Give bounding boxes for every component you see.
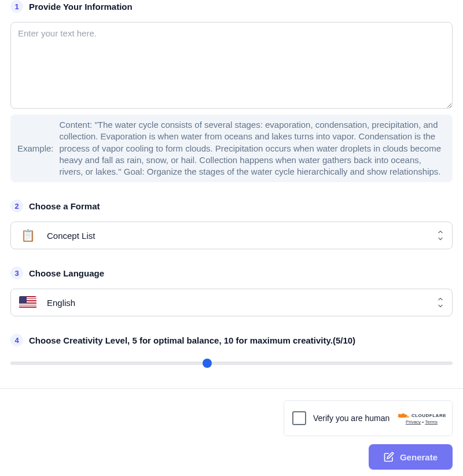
- step-2-title: Choose a Format: [29, 201, 100, 211]
- step-4-section: 4 Choose Creativity Level, 5 for optimal…: [0, 334, 463, 371]
- cloudflare-privacy-link[interactable]: Privacy: [406, 419, 421, 425]
- language-select[interactable]: English: [10, 289, 453, 316]
- example-box: Example: Content: "The water cycle consi…: [10, 115, 453, 182]
- creativity-slider-thumb[interactable]: [203, 359, 212, 368]
- creativity-slider[interactable]: [10, 361, 453, 365]
- captcha-text: Verify you are human: [313, 414, 390, 423]
- captcha-widget: Verify you are human CLOUDFLARE Privacy …: [284, 400, 453, 436]
- language-selected-label: English: [47, 298, 427, 308]
- edit-icon: [384, 452, 394, 462]
- step-4-header: 4 Choose Creativity Level, 5 for optimal…: [10, 334, 453, 346]
- step-2-section: 2 Choose a Format 📋 Concept List: [0, 200, 463, 249]
- example-text: Content: "The water cycle consists of se…: [60, 119, 446, 178]
- information-textarea[interactable]: [10, 22, 453, 109]
- step-badge-2: 2: [10, 200, 23, 212]
- step-1-title: Provide Your Information: [29, 2, 133, 12]
- us-flag-icon: [19, 296, 36, 309]
- cloudflare-terms-link[interactable]: Terms: [425, 419, 438, 425]
- chevron-up-down-icon: [437, 228, 444, 242]
- step-4-title: Choose Creativity Level, 5 for optimal b…: [29, 335, 355, 345]
- footer: Verify you are human CLOUDFLARE Privacy …: [0, 389, 463, 470]
- captcha-checkbox[interactable]: [292, 411, 306, 425]
- clipboard-icon: 📋: [19, 228, 36, 242]
- step-badge-1: 1: [10, 0, 23, 13]
- step-3-header: 3 Choose Language: [10, 267, 453, 279]
- format-select[interactable]: 📋 Concept List: [10, 222, 453, 249]
- cloudflare-branding: CLOUDFLARE Privacy • Terms: [397, 412, 446, 425]
- step-badge-3: 3: [10, 267, 23, 279]
- chevron-up-down-icon: [437, 296, 444, 309]
- cloudflare-icon: [397, 412, 410, 419]
- format-selected-label: Concept List: [47, 231, 427, 241]
- cloudflare-links: Privacy • Terms: [406, 419, 438, 425]
- step-3-section: 3 Choose Language English: [0, 267, 463, 316]
- example-label: Example:: [17, 143, 54, 154]
- step-badge-4: 4: [10, 334, 23, 346]
- step-2-header: 2 Choose a Format: [10, 200, 453, 212]
- creativity-slider-wrap: [10, 356, 453, 371]
- step-1-section: 1 Provide Your Information Example: Cont…: [0, 0, 463, 182]
- generate-button-label: Generate: [400, 452, 438, 462]
- step-3-title: Choose Language: [29, 268, 104, 278]
- generate-button[interactable]: Generate: [369, 444, 453, 470]
- cloudflare-brand-text: CLOUDFLARE: [411, 413, 446, 418]
- step-1-header: 1 Provide Your Information: [10, 0, 453, 13]
